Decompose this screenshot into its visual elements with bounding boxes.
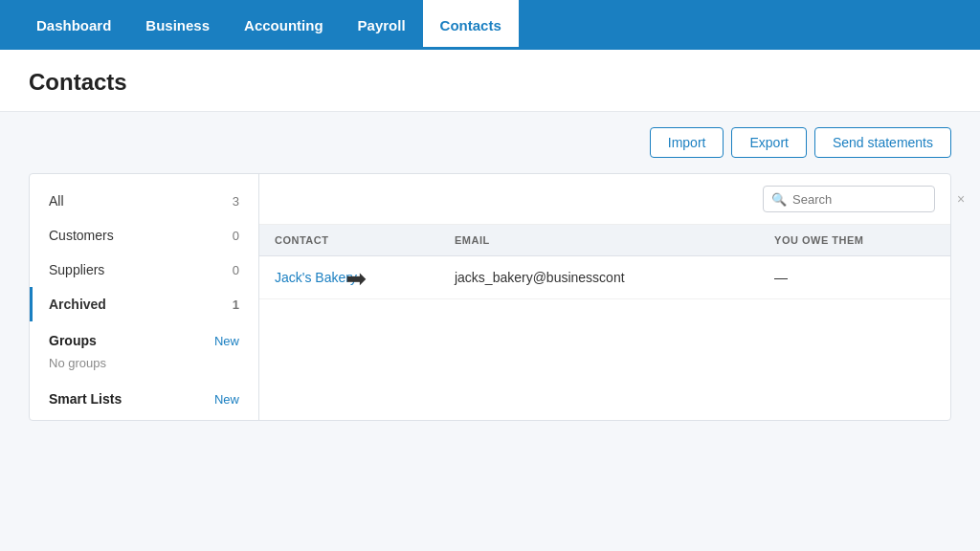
sidebar-groups-new[interactable]: New	[214, 334, 239, 348]
nav-business[interactable]: Business	[128, 0, 227, 50]
sidebar-item-customers[interactable]: Customers 0	[30, 218, 258, 253]
table-row: Jack's Bakery ⬅ jacks_bakery@businesscon…	[259, 256, 950, 299]
sidebar-smart-lists-label: Smart Lists	[49, 391, 122, 407]
sidebar-item-archived[interactable]: Archived 1	[30, 287, 258, 321]
nav-contacts[interactable]: Contacts	[423, 0, 519, 50]
search-clear-icon[interactable]: ×	[957, 191, 965, 207]
sidebar-all-label: All	[49, 193, 64, 209]
sidebar-suppliers-label: Suppliers	[49, 262, 104, 277]
sidebar-archived-count: 1	[233, 298, 239, 312]
contacts-sidebar: All 3 Customers 0 Suppliers 0 Archived 1…	[30, 174, 259, 420]
search-input[interactable]	[792, 192, 953, 207]
page-title: Contacts	[29, 69, 951, 96]
col-header-you-owe-them: YOU OWE THEM	[759, 225, 950, 256]
sidebar-smart-lists-new[interactable]: New	[214, 392, 239, 407]
contact-you-owe-them-cell: —	[759, 256, 950, 299]
sidebar-suppliers-count: 0	[233, 263, 239, 277]
contact-name-cell: Jack's Bakery ⬅	[259, 256, 439, 299]
send-statements-button[interactable]: Send statements	[814, 127, 951, 158]
nav-dashboard[interactable]: Dashboard	[19, 0, 128, 50]
sidebar-no-groups: No groups	[30, 352, 258, 380]
table-header-row: CONTACT EMAIL YOU OWE THEM	[259, 225, 950, 256]
col-header-contact: CONTACT	[259, 225, 439, 256]
col-header-email: EMAIL	[439, 225, 759, 256]
export-button[interactable]: Export	[731, 127, 806, 158]
toolbar: Import Export Send statements	[0, 112, 980, 173]
sidebar-customers-label: Customers	[49, 228, 114, 243]
sidebar-item-all[interactable]: All 3	[30, 184, 258, 218]
sidebar-archived-label: Archived	[49, 297, 106, 312]
main-content: All 3 Customers 0 Suppliers 0 Archived 1…	[29, 173, 951, 421]
search-bar-row: 🔍 ×	[259, 174, 950, 225]
contacts-table: CONTACT EMAIL YOU OWE THEM Jack's Bakery…	[259, 225, 950, 299]
sidebar-groups-label: Groups	[49, 333, 97, 348]
nav-accounting[interactable]: Accounting	[227, 0, 341, 50]
sidebar-customers-count: 0	[233, 229, 239, 243]
sidebar-smart-lists-section: Smart Lists New	[30, 380, 258, 410]
sidebar-all-count: 3	[233, 194, 239, 209]
search-icon: 🔍	[771, 192, 787, 207]
search-box[interactable]: 🔍 ×	[763, 186, 935, 212]
import-button[interactable]: Import	[650, 127, 724, 158]
table-area: 🔍 × CONTACT EMAIL YOU OWE THEM Jack's Ba…	[259, 174, 950, 420]
top-navigation: Dashboard Business Accounting Payroll Co…	[0, 0, 980, 50]
sidebar-item-suppliers[interactable]: Suppliers 0	[30, 253, 258, 287]
nav-payroll[interactable]: Payroll	[341, 0, 423, 50]
sidebar-groups-section: Groups New	[30, 321, 258, 352]
page-header: Contacts	[0, 50, 980, 112]
contact-email-cell: jacks_bakery@businesscont	[439, 256, 759, 299]
contact-link-jacks-bakery[interactable]: Jack's Bakery	[275, 270, 357, 285]
